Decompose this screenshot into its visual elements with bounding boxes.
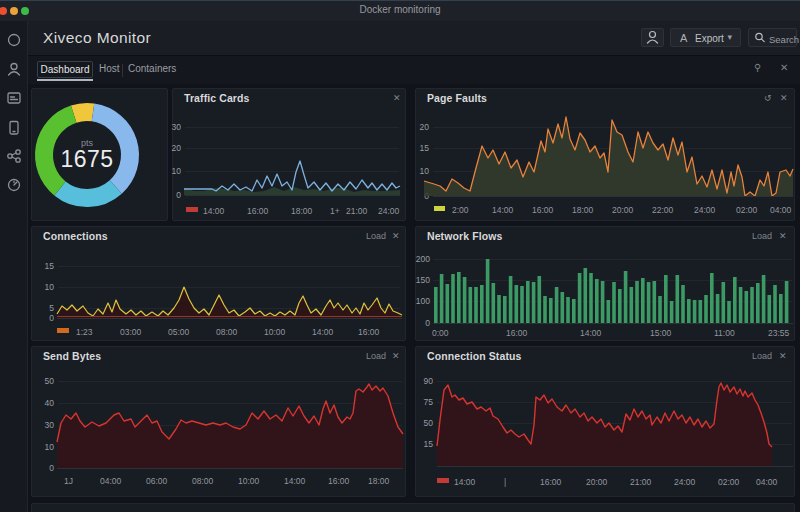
svg-text:75: 75: [424, 397, 434, 407]
svg-text:04:00: 04:00: [100, 476, 122, 486]
svg-text:20: 20: [420, 122, 430, 132]
svg-text:90: 90: [424, 376, 434, 386]
svg-text:06:00: 06:00: [146, 476, 168, 486]
svg-text:24:00: 24:00: [378, 206, 400, 216]
svg-text:100: 100: [416, 296, 430, 306]
svg-text:40: 40: [45, 398, 55, 408]
svg-text:20:00: 20:00: [586, 477, 608, 487]
svg-text:18:00: 18:00: [572, 205, 594, 215]
svg-text:04:00: 04:00: [756, 477, 778, 487]
svg-text:14:00: 14:00: [203, 206, 225, 216]
svg-text:10:00: 10:00: [264, 327, 286, 337]
svg-text:21:00: 21:00: [346, 206, 368, 216]
svg-text:30: 30: [45, 420, 55, 430]
svg-text:1+: 1+: [330, 206, 340, 216]
svg-text:22:00: 22:00: [652, 205, 674, 215]
svg-text:1J: 1J: [64, 476, 73, 486]
svg-text:14:00: 14:00: [492, 205, 514, 215]
svg-text:15:00: 15:00: [650, 328, 672, 338]
svg-text:14:00: 14:00: [580, 328, 602, 338]
svg-text:0:00: 0:00: [432, 328, 449, 338]
svg-text:15: 15: [424, 439, 434, 449]
svg-text:10: 10: [45, 282, 55, 292]
svg-text:5: 5: [49, 303, 54, 313]
svg-text:0: 0: [425, 318, 430, 328]
svg-text:10: 10: [420, 166, 430, 176]
svg-text:21:00: 21:00: [630, 477, 652, 487]
svg-text:16:00: 16:00: [506, 328, 528, 338]
svg-text:05:00: 05:00: [168, 327, 190, 337]
svg-text:16:00: 16:00: [328, 476, 350, 486]
svg-text:15: 15: [420, 143, 430, 153]
svg-text:11:00: 11:00: [714, 328, 735, 338]
svg-text:20:00: 20:00: [612, 205, 634, 215]
svg-text:50: 50: [424, 418, 434, 428]
svg-text:1:23: 1:23: [76, 327, 93, 337]
svg-text:10:00: 10:00: [238, 476, 260, 486]
svg-text:14:00: 14:00: [312, 327, 334, 337]
svg-text:08:00: 08:00: [216, 327, 238, 337]
svg-text:1675: 1675: [60, 146, 113, 172]
svg-text:0: 0: [49, 463, 54, 473]
svg-text:23:55: 23:55: [768, 328, 790, 338]
svg-text:14:00: 14:00: [454, 477, 476, 487]
svg-text:16:00: 16:00: [247, 206, 269, 216]
svg-text:150: 150: [416, 275, 430, 285]
svg-text:16:00: 16:00: [540, 477, 562, 487]
svg-text:18:00: 18:00: [291, 206, 313, 216]
svg-text:16:00: 16:00: [532, 205, 554, 215]
svg-text:0: 0: [49, 313, 54, 323]
svg-text:16:00: 16:00: [358, 327, 380, 337]
svg-text:10: 10: [45, 442, 55, 452]
svg-text:24:00: 24:00: [674, 477, 696, 487]
svg-text:2:00: 2:00: [452, 205, 469, 215]
svg-text:08:00: 08:00: [192, 476, 214, 486]
svg-text:0: 0: [176, 190, 181, 200]
svg-text:15: 15: [45, 261, 55, 271]
svg-text:30: 30: [172, 122, 182, 132]
svg-text:02:00: 02:00: [736, 205, 758, 215]
svg-text:50: 50: [45, 376, 55, 386]
svg-text:14:00: 14:00: [284, 476, 306, 486]
svg-text:03:00: 03:00: [120, 327, 142, 337]
svg-text:24:00: 24:00: [694, 205, 716, 215]
svg-text:|: |: [504, 477, 506, 487]
svg-text:10: 10: [172, 166, 182, 176]
svg-text:02:00: 02:00: [718, 477, 740, 487]
svg-text:20: 20: [172, 143, 182, 153]
svg-text:04:00: 04:00: [770, 205, 792, 215]
svg-text:200: 200: [416, 254, 430, 264]
svg-text:18:00: 18:00: [368, 476, 390, 486]
